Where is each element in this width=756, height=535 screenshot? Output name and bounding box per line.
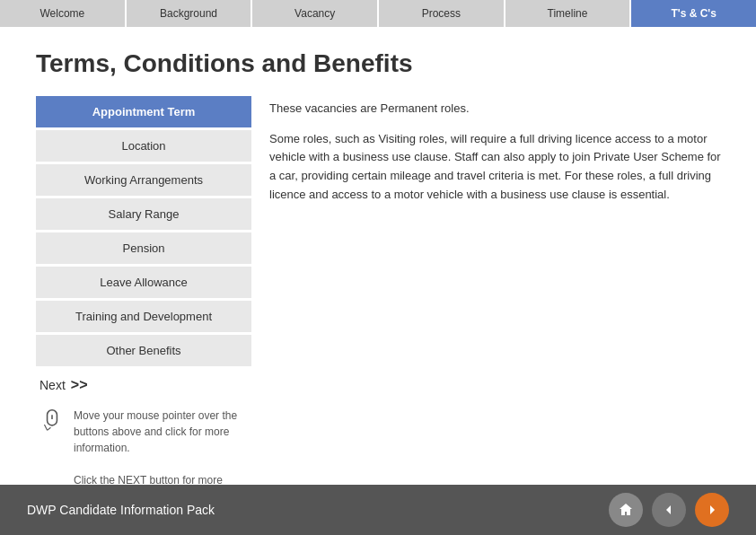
top-nav: Welcome Background Vacancy Process Timel… (0, 0, 756, 27)
nav-tab-vacancy-label: Vacancy (294, 7, 335, 20)
content-paragraph1: These vacancies are Permanent roles. (269, 100, 729, 118)
back-icon (662, 503, 676, 517)
nav-tab-ts-cs-label: T's & C's (672, 7, 716, 20)
nav-tab-background[interactable]: Background (127, 0, 253, 27)
sidebar-item-pension[interactable]: Pension (36, 232, 251, 264)
sidebar: Appointment Term Location Working Arrang… (36, 96, 251, 504)
next-button[interactable]: >> (71, 377, 88, 393)
svg-line-3 (48, 427, 51, 430)
nav-tab-timeline-label: Timeline (548, 7, 588, 20)
nav-tab-process-label: Process (422, 7, 461, 20)
nav-tab-background-label: Background (160, 7, 217, 20)
home-button[interactable] (609, 493, 643, 527)
sidebar-item-working-arrangements[interactable]: Working Arrangements (36, 164, 251, 196)
back-button[interactable] (652, 493, 686, 527)
nav-tab-timeline[interactable]: Timeline (505, 0, 632, 27)
sidebar-item-other-benefits[interactable]: Other Benefits (36, 335, 251, 366)
nav-tab-welcome-label: Welcome (40, 7, 84, 20)
right-content: These vacancies are Permanent roles. Som… (269, 96, 729, 504)
content-layout: Appointment Term Location Working Arrang… (36, 96, 729, 504)
next-label: Next (40, 378, 66, 392)
nav-tab-ts-cs[interactable]: T's & C's (631, 0, 756, 27)
footer: DWP Candidate Information Pack (0, 485, 756, 535)
content-paragraph2: Some roles, such as Visiting roles, will… (269, 130, 729, 205)
nav-tab-welcome[interactable]: Welcome (0, 0, 127, 27)
sidebar-item-leave-allowance[interactable]: Leave Allowance (36, 267, 251, 298)
forward-button[interactable] (695, 493, 729, 527)
sidebar-item-appointment-term[interactable]: Appointment Term (36, 96, 251, 127)
sidebar-item-training-development[interactable]: Training and Development (36, 301, 251, 332)
mouse-icon (40, 409, 65, 434)
svg-line-2 (44, 425, 47, 430)
nav-tab-vacancy[interactable]: Vacancy (252, 0, 379, 27)
sidebar-item-location[interactable]: Location (36, 130, 251, 162)
sidebar-item-salary-range[interactable]: Salary Range (36, 198, 251, 230)
footer-icons (609, 493, 729, 527)
footer-title: DWP Candidate Information Pack (27, 503, 215, 517)
page-title: Terms, Conditions and Benefits (36, 49, 729, 78)
home-icon (618, 502, 634, 518)
next-container: Next >> (36, 377, 251, 393)
nav-tab-process[interactable]: Process (379, 0, 505, 27)
main-content: Terms, Conditions and Benefits Appointme… (0, 27, 756, 522)
forward-icon (705, 503, 719, 517)
